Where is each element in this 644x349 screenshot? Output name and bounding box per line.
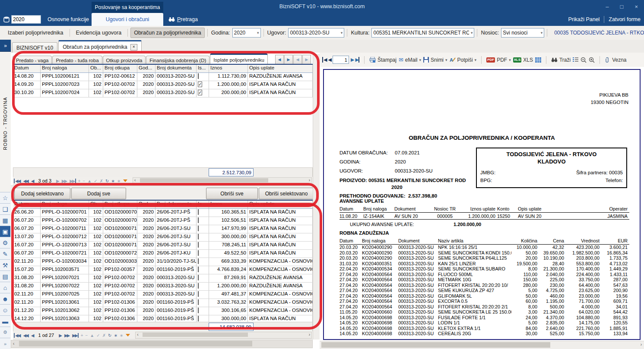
scroll-left-icon[interactable]: ‹	[134, 178, 136, 182]
prior-record-icon[interactable]: ◀	[30, 179, 35, 183]
prior-page-icon[interactable]: ◀◀	[22, 179, 29, 183]
goto-bookmark-icon[interactable]: ∗	[119, 333, 123, 338]
subtab-4[interactable]: Finansijska odobrenja (D)	[146, 56, 209, 65]
obrisi-selektovano-button[interactable]: Obriši selektovano	[259, 188, 314, 199]
prikazi-panel-button[interactable]: Prikaži Panel	[568, 16, 600, 22]
column-header[interactable]: Is...	[197, 65, 209, 72]
grid2-hscrollbar[interactable]: ‹ ›	[135, 332, 312, 339]
post-edit-icon[interactable]: ✓	[93, 179, 97, 183]
godina-select[interactable]: 2020 ▾	[232, 28, 261, 38]
sidebar-button[interactable]: ▦	[0, 214, 10, 226]
scroll-tabs-right-icon[interactable]: ▶	[284, 55, 293, 64]
column-header[interactable]: Datum	[13, 201, 41, 208]
edit-record-icon[interactable]: ▲	[86, 179, 92, 183]
checkbox[interactable]	[198, 234, 199, 239]
column-header[interactable]: Datum	[13, 65, 41, 72]
filter-icon[interactable]	[123, 179, 127, 182]
checkbox[interactable]	[198, 291, 199, 297]
subtab-2[interactable]: Predato - tuđa roba	[52, 56, 102, 65]
table-row[interactable]: 15.07.20PPPL102003571102PP102-0035720200…	[13, 266, 313, 274]
next-page-icon[interactable]: ▶	[351, 57, 353, 63]
checkbox[interactable]	[198, 73, 199, 79]
sidebar-button[interactable]: ✎	[0, 248, 10, 259]
preview-hscrollbar[interactable]: ›	[320, 341, 644, 349]
close-tab-icon[interactable]: ×	[130, 44, 137, 50]
edit-record-icon[interactable]: ▲	[89, 333, 94, 338]
first-record-icon[interactable]: ◀◀	[14, 179, 21, 183]
menu-ugovori-i-obracuni[interactable]: Ugovori i obračuni	[92, 13, 163, 26]
page-number-input[interactable]	[333, 56, 349, 64]
table-row[interactable]: 16.07.20PPPL-O-102000713102OD10200007120…	[13, 242, 313, 250]
bookmark-icon[interactable]: ∗	[110, 179, 114, 183]
checkbox[interactable]	[198, 209, 199, 215]
sidebar-button[interactable]: ⌂	[0, 282, 10, 293]
column-header[interactable]: Opis uplate	[248, 201, 313, 208]
table-row[interactable]: 06.07.20PPPL-O-102000711102OD10200007120…	[13, 225, 313, 233]
table-row[interactable]: 01.12.20PPPL102013062102PP102-0130620200…	[13, 307, 313, 315]
column-header[interactable]: Broj otkupa	[103, 65, 137, 72]
pdf-button[interactable]: PDF PDF ▾	[486, 57, 511, 63]
bookmark-icon[interactable]: ∗	[113, 333, 117, 338]
first-page-icon[interactable]: ◀	[322, 57, 326, 63]
menu-osnovne-funkcije[interactable]: Osnovne funkcije	[47, 13, 90, 26]
table-row[interactable]: 13.07.20PPPL-O-102000712102OD10200007120…	[13, 233, 313, 242]
column-header[interactable]: Ob...	[89, 65, 103, 72]
subtab-3[interactable]: Otkup proizvoda	[103, 56, 146, 65]
sidebar-expand-button[interactable]: »	[0, 40, 11, 52]
vezna-dokumenta-button[interactable]: Vezna	[605, 57, 626, 63]
filter-icon[interactable]	[126, 334, 130, 336]
sidebar-button[interactable]: ⚙	[0, 237, 10, 248]
next-tab-icon[interactable]: ▶	[302, 55, 311, 64]
table-row[interactable]: 14.09.20PPPL102007023102PP102-0070220200…	[13, 81, 313, 89]
email-button[interactable]: ✉ eMail ▾	[399, 57, 421, 63]
delete-record-icon[interactable]: −	[85, 333, 88, 338]
last-record-icon[interactable]: ▶▶	[69, 179, 76, 183]
insert-record-icon[interactable]: +	[77, 179, 81, 183]
column-header[interactable]: Broj naloga	[41, 201, 89, 208]
trazi-button[interactable]: Traži	[551, 57, 571, 63]
prev-tab-icon[interactable]: ◀	[293, 55, 302, 64]
scroll-thumb[interactable]	[140, 178, 268, 182]
cancel-edit-icon[interactable]: ✗	[99, 179, 103, 183]
table-row[interactable]: 02.11.20PPPL-O-102003034102OD10200030320…	[13, 258, 313, 266]
sidebar-button[interactable]: ⚒	[0, 259, 10, 270]
column-header[interactable]: Is...	[197, 201, 209, 208]
sidebar-button[interactable]: ▣	[0, 226, 10, 237]
post-edit-icon[interactable]: ✓	[95, 333, 100, 338]
table-row[interactable]: 02.11.20PPPL102007025102PP102-0070220200…	[13, 291, 313, 299]
grid1-hscrollbar[interactable]: ‹ ›	[133, 177, 312, 184]
checkbox[interactable]	[198, 258, 199, 264]
panel-bottom-scrollbar[interactable]: ‹	[11, 340, 313, 348]
table-view-button[interactable]	[535, 57, 541, 63]
partner-link[interactable]: 00035 TODOSIJEVIĆ JELENA - RTKOVO, KLADO…	[554, 30, 644, 36]
table-row[interactable]: 26.06.20PPPL-O-102000701102OD10200007020…	[13, 209, 313, 217]
nosioc-select[interactable]: Svi nosioci ▾	[501, 28, 544, 38]
tab-biznisoft[interactable]: BIZNISOFT v10	[12, 42, 57, 53]
scroll-thumb[interactable]	[321, 342, 550, 348]
scroll-right-icon[interactable]: ›	[309, 178, 310, 182]
table-row[interactable]: 06.07.20PPPL-O-102000702102OD10200007020…	[13, 217, 313, 225]
snimi-button[interactable]: Snimi ▾	[423, 57, 447, 63]
next-record-icon[interactable]: ▶	[55, 179, 60, 183]
column-header[interactable]: Broj otkupa	[103, 201, 137, 208]
checkbox[interactable]	[198, 283, 199, 289]
next-page-icon[interactable]: ▶▶	[63, 333, 70, 338]
prior-record-icon[interactable]: ◀	[30, 333, 35, 338]
refresh-icon[interactable]: ↻	[105, 179, 109, 183]
izaberi-poljoprivrednika-button[interactable]: Izaberi poljoprivrednika	[4, 28, 67, 38]
sidebar-button[interactable]: ▤	[0, 270, 10, 282]
table-row[interactable]: 30.10.20PPPL102007024102PP102-0070220200…	[13, 89, 313, 97]
subtab-1[interactable]: Predato - vaga	[13, 56, 52, 65]
scroll-thumb[interactable]	[19, 341, 252, 346]
evidencija-ugovora-button[interactable]: Evidencija ugovora	[73, 28, 125, 38]
checkbox[interactable]	[198, 316, 199, 321]
dodaj-sve-button[interactable]: Dodaj sve	[71, 188, 126, 199]
checkbox[interactable]: ✓	[198, 82, 202, 87]
subtab-5[interactable]: Isplate poljoprivredniku	[210, 53, 268, 65]
stampaj-button[interactable]: Štampaj	[369, 57, 397, 63]
scroll-tabs-left-icon[interactable]: ◀	[275, 55, 284, 64]
checkbox[interactable]: ✓	[198, 90, 202, 95]
zoom-out-button[interactable]	[581, 57, 587, 63]
table-row[interactable]: 31.08.20PPPL102007022102PP102-0070220200…	[13, 283, 313, 291]
potpisi-button[interactable]: A Potpiši ▾	[450, 57, 477, 63]
